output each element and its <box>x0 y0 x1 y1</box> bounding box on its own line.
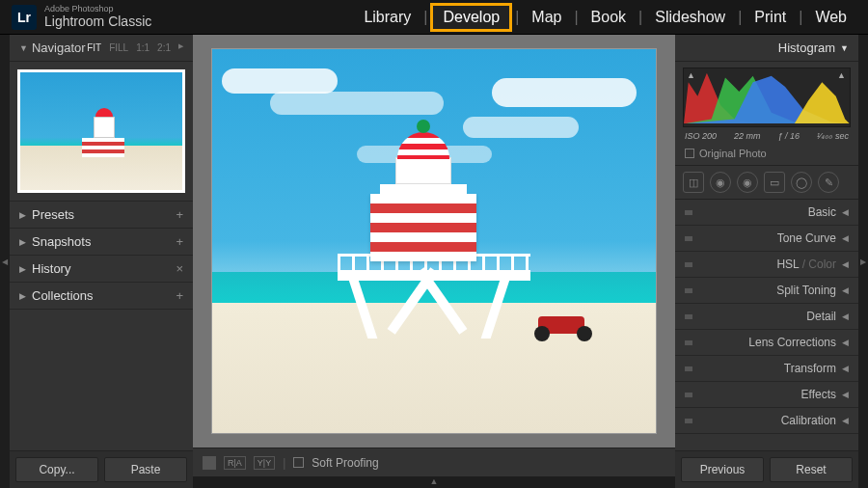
navigator-header[interactable]: ▼ Navigator FIT FILL 1:1 2:1 ▶ <box>10 35 193 62</box>
app-name: Lightroom Classic <box>44 14 151 29</box>
before-after-tb-button[interactable]: Y|Y <box>254 456 275 470</box>
chevron-left-icon: ◀ <box>842 233 849 243</box>
exif-aperture: ƒ / 16 <box>777 131 800 141</box>
exif-iso: ISO 200 <box>685 131 717 141</box>
panel-toggle-icon[interactable] <box>685 393 692 397</box>
panel-effects[interactable]: Effects ◀ <box>675 382 858 408</box>
panel-toggle-icon[interactable] <box>685 419 692 423</box>
histogram-header[interactable]: Histogram ▼ <box>675 35 858 62</box>
panel-label: Effects <box>801 388 836 401</box>
zoom-fit[interactable]: FIT <box>87 42 101 53</box>
clear-icon[interactable]: × <box>176 261 183 276</box>
histogram-title: Histogram <box>778 41 835 55</box>
chevron-left-icon: ◀ <box>842 259 849 269</box>
exif-shutter: ¹⁄₄₀₀ sec <box>817 131 849 141</box>
soft-proofing-label: Soft Proofing <box>312 456 378 470</box>
photo-atv <box>530 308 598 341</box>
redeye-tool-icon[interactable]: ◉ <box>737 172 758 193</box>
panel-toggle-icon[interactable] <box>685 340 692 345</box>
chevron-right-icon: ▶ <box>19 237 26 247</box>
left-footer: Copy... Paste <box>10 450 193 488</box>
panel-toggle-icon[interactable] <box>685 288 692 293</box>
copy-button[interactable]: Copy... <box>15 457 98 482</box>
paste-button[interactable]: Paste <box>104 457 187 482</box>
panel-tone-curve[interactable]: Tone Curve ◀ <box>675 226 858 252</box>
navigator-thumbnail[interactable] <box>17 69 185 193</box>
panel-toggle-icon[interactable] <box>685 262 692 267</box>
panel-label: Presets <box>32 207 74 222</box>
panel-toggle-icon[interactable] <box>685 236 692 241</box>
panel-label: Transform <box>784 362 836 375</box>
panel-lens-corrections[interactable]: Lens Corrections ◀ <box>675 330 858 356</box>
panel-toggle-icon[interactable] <box>685 314 692 319</box>
zoom-2-1[interactable]: 2:1 <box>157 42 171 53</box>
panel-history[interactable]: ▶ History × <box>10 256 193 283</box>
bottom-toolbar: R|A Y|Y | Soft Proofing <box>193 447 675 476</box>
loupe-view-icon[interactable] <box>203 456 216 470</box>
module-web[interactable]: Web <box>805 5 856 30</box>
histogram-plot <box>684 68 850 123</box>
module-map[interactable]: Map <box>522 5 571 30</box>
previous-button[interactable]: Previous <box>681 457 764 482</box>
add-icon[interactable]: + <box>176 207 183 222</box>
before-after-lr-button[interactable]: R|A <box>224 456 246 470</box>
app-logo: Lr Adobe Photoshop Lightroom Classic <box>12 5 151 30</box>
panel-label: Basic <box>808 205 836 219</box>
panel-toggle-icon[interactable] <box>685 210 692 215</box>
panel-basic[interactable]: Basic ◀ <box>675 200 858 226</box>
module-print[interactable]: Print <box>745 5 796 30</box>
panel-hsl-color[interactable]: HSL / Color ◀ <box>675 252 858 278</box>
soft-proofing-checkbox[interactable] <box>293 457 304 468</box>
reset-button[interactable]: Reset <box>770 457 853 482</box>
add-icon[interactable]: + <box>176 288 183 303</box>
panel-toggle-icon[interactable] <box>685 366 692 371</box>
right-footer: Previous Reset <box>675 450 858 488</box>
chevron-right-icon: ▶ <box>19 291 26 301</box>
module-develop[interactable]: Develop <box>430 3 512 32</box>
zoom-more-icon[interactable]: ▶ <box>178 42 183 53</box>
right-panel: Histogram ▼ ▲ ▲ ISO 200 22 mm ƒ / 16 ¹⁄₄… <box>675 35 858 488</box>
panel-label: Tone Curve <box>777 231 836 245</box>
center-viewer: R|A Y|Y | Soft Proofing ▲ <box>193 35 675 488</box>
crop-tool-icon[interactable]: ◫ <box>683 172 704 193</box>
module-book[interactable]: Book <box>582 5 636 30</box>
panel-collections[interactable]: ▶ Collections + <box>10 283 193 310</box>
panel-split-toning[interactable]: Split Toning ◀ <box>675 278 858 304</box>
right-panel-toggle[interactable]: ▶ <box>858 35 868 488</box>
navigator-panel <box>10 62 193 202</box>
module-library[interactable]: Library <box>354 5 420 30</box>
left-panel-toggle[interactable]: ◀ <box>0 35 10 488</box>
panel-transform[interactable]: Transform ◀ <box>675 356 858 382</box>
module-picker: Library | Develop | Map | Book | Slidesh… <box>354 3 856 32</box>
original-photo-checkbox[interactable] <box>685 149 694 158</box>
zoom-fill[interactable]: FILL <box>109 42 128 53</box>
filmstrip-toggle[interactable]: ▲ <box>193 476 675 488</box>
panel-label: HSL <box>776 258 799 271</box>
original-photo-row[interactable]: Original Photo <box>675 145 858 166</box>
radial-tool-icon[interactable]: ◯ <box>791 172 812 193</box>
chevron-left-icon: ◀ <box>842 312 849 321</box>
chevron-right-icon: ▶ <box>19 264 26 274</box>
panel-label: Lens Corrections <box>748 336 836 349</box>
photo-subject <box>338 136 511 339</box>
top-bar: Lr Adobe Photoshop Lightroom Classic Lib… <box>0 0 868 35</box>
panel-presets[interactable]: ▶ Presets + <box>10 202 193 229</box>
exif-row: ISO 200 22 mm ƒ / 16 ¹⁄₄₀₀ sec <box>675 129 858 145</box>
panel-detail[interactable]: Detail ◀ <box>675 304 858 330</box>
photo-preview[interactable] <box>212 49 656 433</box>
module-slideshow[interactable]: Slideshow <box>645 5 735 30</box>
canvas[interactable] <box>193 35 675 447</box>
panel-calibration[interactable]: Calibration ◀ <box>675 408 858 434</box>
chevron-down-icon: ▼ <box>19 43 28 53</box>
zoom-1-1[interactable]: 1:1 <box>136 42 149 53</box>
exif-focal: 22 mm <box>734 131 761 141</box>
panel-snapshots[interactable]: ▶ Snapshots + <box>10 229 193 256</box>
gradient-tool-icon[interactable]: ▭ <box>764 172 785 193</box>
panel-label: Calibration <box>781 414 836 427</box>
add-icon[interactable]: + <box>176 234 183 249</box>
spot-tool-icon[interactable]: ◉ <box>710 172 731 193</box>
panel-label: Split Toning <box>776 284 836 297</box>
histogram[interactable]: ▲ ▲ <box>683 68 851 127</box>
brush-tool-icon[interactable]: ✎ <box>818 172 839 193</box>
panel-label: Detail <box>806 310 836 323</box>
